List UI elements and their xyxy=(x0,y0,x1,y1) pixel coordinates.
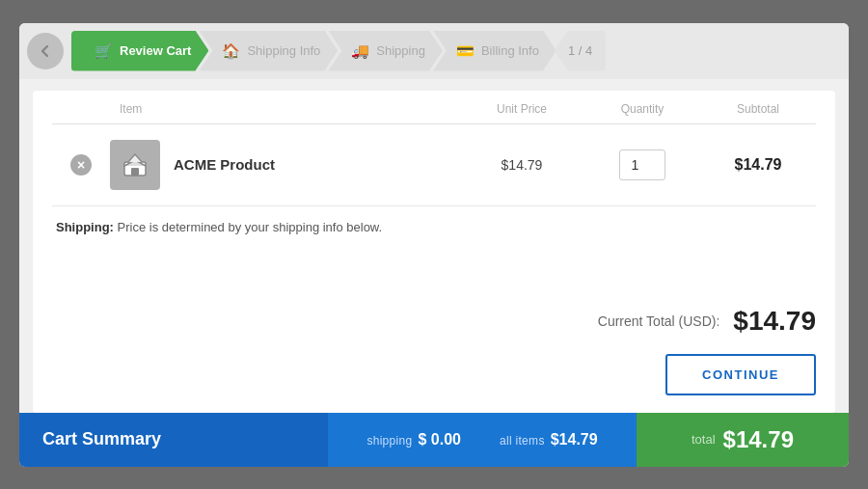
product-image-icon xyxy=(121,150,149,179)
product-thumbnail xyxy=(110,140,160,190)
header-item: Item xyxy=(110,102,459,116)
header-quantity: Quantity xyxy=(584,102,700,116)
cart-icon: 🛒 xyxy=(95,42,113,60)
cart-summary-title: Cart Summary xyxy=(42,429,161,449)
summary-shipping-value: $ 0.00 xyxy=(418,431,460,448)
summary-all-items-value: $14.79 xyxy=(551,431,598,448)
cart-table: Item Unit Price Quantity Subtotal × xyxy=(33,91,835,286)
product-info: ACME Product xyxy=(110,140,459,190)
product-name: ACME Product xyxy=(174,156,275,173)
step-shipping-label: Shipping xyxy=(376,43,425,58)
step-counter: 1 / 4 xyxy=(555,31,606,71)
summary-middle: shipping $ 0.00 all items $14.79 xyxy=(328,413,637,467)
step-billing-info[interactable]: 💳 Billing Info xyxy=(433,31,556,71)
summary-shipping: shipping $ 0.00 xyxy=(366,431,461,448)
quantity-input[interactable] xyxy=(619,149,665,180)
step-review-cart[interactable]: 🛒 Review Cart xyxy=(71,31,208,71)
back-icon xyxy=(38,43,53,59)
total-amount: $14.79 xyxy=(733,306,816,337)
billing-icon: 💳 xyxy=(456,42,475,60)
step-shipping-info-label: Shipping Info xyxy=(247,43,320,58)
step-review-cart-label: Review Cart xyxy=(120,43,191,58)
truck-icon: 🚚 xyxy=(351,42,369,60)
summary-total-label: total xyxy=(692,432,716,447)
continue-button[interactable]: CONTINUE xyxy=(665,354,816,395)
shipping-note: Shipping: Price is determined by your sh… xyxy=(52,206,816,242)
summary-left: Cart Summary xyxy=(19,413,328,467)
cart-summary: Cart Summary shipping $ 0.00 all items $… xyxy=(19,413,849,467)
total-label: Current Total (USD): xyxy=(598,313,720,329)
svg-rect-1 xyxy=(131,168,139,176)
back-button[interactable] xyxy=(27,33,64,69)
table-header: Item Unit Price Quantity Subtotal xyxy=(52,91,816,124)
quantity-cell xyxy=(584,149,700,180)
summary-all-items-label: all items xyxy=(500,434,545,448)
summary-shipping-label: shipping xyxy=(366,434,412,448)
summary-right: total $14.79 xyxy=(637,413,849,467)
continue-row: CONTINUE xyxy=(33,344,835,413)
table-row: × ACME Product $14.79 xyxy=(52,124,816,206)
checkout-wrapper: 🛒 Review Cart 🏠 Shipping Info 🚚 Shipping… xyxy=(19,23,849,467)
unit-price: $14.79 xyxy=(459,157,584,173)
step-shipping[interactable]: 🚚 Shipping xyxy=(328,31,443,71)
order-total-row: Current Total (USD): $14.79 xyxy=(33,286,835,344)
header-unit-price: Unit Price xyxy=(459,102,584,116)
header-subtotal: Subtotal xyxy=(700,102,816,116)
main-content: Item Unit Price Quantity Subtotal × xyxy=(33,91,835,413)
row-subtotal: $14.79 xyxy=(700,156,816,174)
summary-total-value: $14.79 xyxy=(723,426,794,453)
step-billing-info-label: Billing Info xyxy=(481,43,539,58)
remove-item-button[interactable]: × xyxy=(70,154,92,176)
home-icon: 🏠 xyxy=(222,42,240,60)
remove-icon: × xyxy=(70,154,92,176)
wizard-nav: 🛒 Review Cart 🏠 Shipping Info 🚚 Shipping… xyxy=(19,23,849,79)
step-shipping-info[interactable]: 🏠 Shipping Info xyxy=(199,31,338,71)
summary-all-items: all items $14.79 xyxy=(500,431,598,448)
